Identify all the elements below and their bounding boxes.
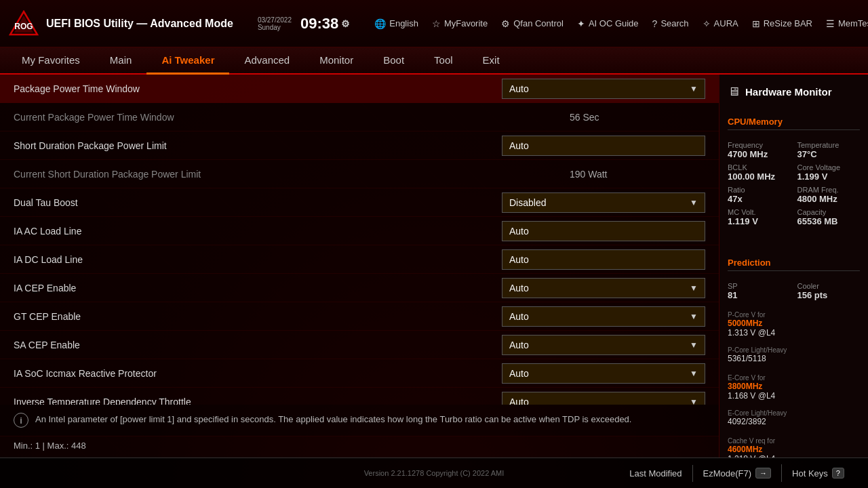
- star-icon: ☆: [432, 18, 441, 29]
- hw-value-dram-freq: 4800 MHz: [797, 194, 861, 204]
- dropdown-ia-cep[interactable]: Auto ▼: [502, 278, 705, 298]
- hw-item-capacity: Capacity 65536 MB: [797, 208, 861, 226]
- bios-title: UEFI BIOS Utility — Advanced Mode: [46, 18, 233, 30]
- setting-label-short-duration: Short Duration Package Power Limit: [14, 140, 502, 151]
- hw-value-temperature: 37°C: [797, 149, 861, 159]
- input-ia-dc-load[interactable]: Auto: [502, 249, 705, 270]
- dropdown-sa-cep[interactable]: Auto ▼: [502, 335, 705, 355]
- setting-row-short-duration[interactable]: Short Duration Package Power Limit Auto: [0, 131, 719, 160]
- tab-advanced[interactable]: Advanced: [229, 47, 304, 75]
- logo-area: ROG UEFI BIOS Utility — Advanced Mode: [7, 8, 233, 39]
- hw-item-pcore-light-heavy: P-Core Light/Heavy 5361/5118: [728, 346, 860, 363]
- tab-ai-tweaker[interactable]: Ai Tweaker: [146, 47, 229, 75]
- tab-exit[interactable]: Exit: [468, 47, 515, 75]
- hw-value-pcore-freq: 5000MHz: [728, 319, 860, 328]
- nav-item-aura[interactable]: ✧ AURA: [696, 14, 745, 33]
- hw-item-cache-v-for: Cache V req for 4600MHz 1.218 V @L4: [728, 437, 860, 458]
- input-short-duration[interactable]: Auto: [502, 136, 705, 156]
- dropdown-inverse-temp[interactable]: Auto ▼: [502, 392, 705, 405]
- min-max-row: Min.: 1 | Max.: 448: [0, 436, 719, 458]
- setting-row-ia-cep[interactable]: IA CEP Enable Auto ▼: [0, 274, 719, 302]
- info-text: An Intel parameter of [power limit 1] an…: [35, 413, 705, 426]
- hw-value-pcore-v: 1.313 V @L4: [728, 328, 860, 338]
- hw-item-ecore-v-for: E-Core V for 3800MHz 1.168 V @L4: [728, 374, 860, 401]
- hw-value-ratio: 47x: [728, 194, 791, 204]
- hw-item-ratio: Ratio 47x: [728, 186, 791, 204]
- nav-item-myfavorite[interactable]: ☆ MyFavorite: [425, 14, 494, 33]
- tab-monitor[interactable]: Monitor: [304, 47, 368, 75]
- settings-gear-icon[interactable]: ⚙: [341, 18, 350, 29]
- hw-label-cache-v-for: Cache V req for: [728, 437, 860, 445]
- resize-icon: ⊞: [752, 18, 760, 29]
- main-wrapper: ROG UEFI BIOS Utility — Advanced Mode 03…: [0, 0, 868, 488]
- monitor-icon: 🖥: [728, 85, 740, 99]
- search-icon: ?: [652, 18, 658, 29]
- dropdown-arrow-ia-cep-icon: ▼: [690, 283, 698, 293]
- hot-keys-button[interactable]: Hot Keys ?: [782, 464, 854, 482]
- info-section: i An Intel parameter of [power limit 1] …: [0, 405, 719, 436]
- hw-value-ecore-v: 1.168 V @L4: [728, 391, 860, 401]
- setting-label-ia-ac-load: IA AC Load Line: [14, 226, 502, 237]
- svg-text:ROG: ROG: [14, 22, 33, 31]
- globe-icon: 🌐: [374, 18, 386, 29]
- tab-favorites[interactable]: My Favorites: [7, 47, 95, 75]
- dropdown-arrow-dual-tau-icon: ▼: [690, 198, 698, 207]
- dropdown-gt-cep[interactable]: Auto ▼: [502, 306, 705, 327]
- setting-row-current-short: Current Short Duration Package Power Lim…: [0, 160, 719, 188]
- setting-row-ia-soc[interactable]: IA SoC Iccmax Reactive Protector Auto ▼: [0, 359, 719, 388]
- hw-label-mc-volt: MC Volt.: [728, 208, 791, 216]
- version-text: Version 2.21.1278 Copyright (C) 2022 AMI: [364, 469, 505, 477]
- time-display: 09:38 ⚙: [300, 15, 350, 33]
- prediction-section-title: Prediction: [728, 258, 860, 271]
- hw-label-pcore-v-for: P-Core V for: [728, 311, 860, 319]
- setting-row-current-pkg-time: Current Package Power Time Window 56 Sec: [0, 103, 719, 131]
- nav-tabs: My Favorites Main Ai Tweaker Advanced Mo…: [0, 47, 868, 75]
- nav-item-memtest[interactable]: ☰ MemTest86: [819, 14, 868, 33]
- dropdown-pkg-power-time-window[interactable]: Auto ▼: [502, 79, 705, 99]
- nav-item-qfan[interactable]: ⚙ Qfan Control: [494, 14, 570, 33]
- setting-row-dual-tau[interactable]: Dual Tau Boost Disabled ▼: [0, 188, 719, 217]
- hw-value-sp: 81: [728, 290, 791, 300]
- hw-monitor-header: 🖥 Hardware Monitor: [728, 85, 860, 99]
- hw-label-dram-freq: DRAM Freq.: [797, 186, 861, 194]
- last-modified-button[interactable]: Last Modified: [619, 465, 692, 482]
- nav-item-search[interactable]: ? Search: [646, 14, 696, 33]
- tab-tool[interactable]: Tool: [419, 47, 468, 75]
- hw-label-frequency: Frequency: [728, 141, 791, 149]
- tab-main[interactable]: Main: [95, 47, 147, 75]
- setting-row-sa-cep[interactable]: SA CEP Enable Auto ▼: [0, 331, 719, 359]
- hw-item-ecore-light-heavy: E-Core Light/Heavy 4092/3892: [728, 409, 860, 426]
- nav-item-resizebar[interactable]: ⊞ ReSize BAR: [745, 14, 819, 33]
- nav-item-english[interactable]: 🌐 English: [368, 14, 425, 33]
- dropdown-arrow-inverse-temp-icon: ▼: [690, 397, 698, 405]
- setting-row-ia-ac-load[interactable]: IA AC Load Line Auto: [0, 217, 719, 245]
- bottom-right: Last Modified EzMode(F7) → Hot Keys ?: [574, 464, 854, 482]
- hw-label-core-voltage: Core Voltage: [797, 163, 861, 171]
- dropdown-arrow-gt-cep-icon: ▼: [690, 312, 698, 321]
- setting-row-pkg-power-time-window[interactable]: Package Power Time Window Auto ▼: [0, 75, 719, 103]
- nav-item-aiocguide[interactable]: ✦ AI OC Guide: [570, 14, 646, 33]
- ezmode-button[interactable]: EzMode(F7) →: [693, 464, 783, 482]
- main-panel: Package Power Time Window Auto ▼ Current…: [0, 75, 719, 458]
- hw-item-dram-freq: DRAM Freq. 4800 MHz: [797, 186, 861, 204]
- hw-item-temperature: Temperature 37°C: [797, 141, 861, 159]
- hw-label-bclk: BCLK: [728, 163, 791, 171]
- tab-boot[interactable]: Boot: [368, 47, 419, 75]
- hw-item-mc-volt: MC Volt. 1.119 V: [728, 208, 791, 226]
- setting-row-ia-dc-load[interactable]: IA DC Load Line Auto: [0, 245, 719, 274]
- hw-value-cooler: 156 pts: [797, 290, 861, 300]
- setting-row-gt-cep[interactable]: GT CEP Enable Auto ▼: [0, 302, 719, 331]
- hw-value-pcore-light-heavy: 5361/5118: [728, 354, 860, 363]
- ai-icon: ✦: [577, 18, 585, 29]
- hardware-monitor-panel: 🖥 Hardware Monitor CPU/Memory Frequency …: [719, 75, 868, 458]
- input-ia-ac-load[interactable]: Auto: [502, 221, 705, 241]
- setting-row-inverse-temp[interactable]: Inverse Temperature Dependency Throttle …: [0, 388, 719, 405]
- dropdown-dual-tau[interactable]: Disabled ▼: [502, 192, 705, 213]
- cpu-memory-grid: Frequency 4700 MHz Temperature 37°C BCLK…: [728, 141, 860, 226]
- datetime: 03/27/2022 Sunday: [258, 16, 292, 31]
- aura-icon: ✧: [703, 18, 711, 29]
- setting-label-ia-cep: IA CEP Enable: [14, 283, 502, 293]
- dropdown-ia-soc[interactable]: Auto ▼: [502, 363, 705, 384]
- info-row-inner: i An Intel parameter of [power limit 1] …: [14, 413, 705, 428]
- prediction-grid-sp-cooler: SP 81 Cooler 156 pts: [728, 282, 860, 300]
